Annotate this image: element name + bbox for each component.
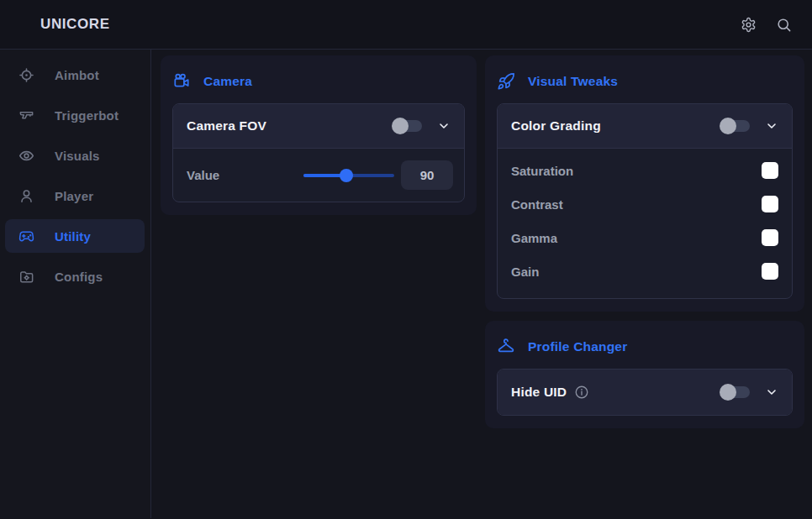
sidebar-item-label: Aimbot [55, 68, 99, 82]
topbar: UNICORE [0, 0, 812, 50]
sidebar-item-label: Player [55, 189, 93, 203]
section-title: Profile Changer [528, 339, 627, 354]
color-grading-card: Color Grading Saturation Contrast [497, 103, 793, 299]
sidebar: Aimbot Triggerbot Visuals Player Utility… [0, 50, 151, 518]
hide-uid-card: Hide UID [497, 369, 793, 416]
visual-tweaks-section-header: Visual Tweaks [485, 55, 804, 103]
sidebar-item-player[interactable]: Player [5, 179, 145, 212]
sidebar-item-aimbot[interactable]: Aimbot [5, 58, 145, 92]
color-grading-card-header[interactable]: Color Grading [498, 104, 792, 149]
user-icon [18, 188, 34, 204]
sidebar-item-label: Visuals [55, 149, 100, 163]
fov-slider-thumb[interactable] [340, 169, 353, 182]
folder-gear-icon [18, 269, 34, 285]
saturation-checkbox[interactable] [762, 162, 778, 179]
hide-uid-card-header[interactable]: Hide UID [498, 370, 792, 415]
sidebar-item-label: Triggerbot [55, 108, 119, 123]
camera-section-header: Camera [161, 55, 477, 103]
chevron-down-icon[interactable] [765, 119, 778, 133]
option-row-contrast: Contrast [511, 187, 778, 221]
option-label: Gain [511, 265, 539, 279]
section-title: Camera [203, 74, 252, 89]
color-grading-card-body: Saturation Contrast Gamma Gain [498, 149, 792, 298]
camera-fov-toggle[interactable] [393, 120, 422, 132]
camera-fov-card-body: Value 90 [173, 149, 464, 202]
hanger-icon [497, 338, 515, 356]
contrast-checkbox[interactable] [762, 196, 778, 212]
fov-slider[interactable] [303, 174, 394, 177]
profile-changer-panel: Profile Changer Hide UID [485, 321, 804, 428]
toggle-knob [392, 118, 409, 134]
option-label: Contrast [511, 197, 563, 212]
card-title: Camera FOV [187, 118, 266, 134]
option-row-saturation: Saturation [511, 154, 778, 187]
movie-camera-icon [172, 72, 191, 91]
value-label: Value [187, 168, 219, 182]
toggle-knob [720, 118, 736, 134]
option-label: Saturation [511, 164, 573, 178]
eye-icon [18, 148, 34, 164]
card-title: Color Grading [511, 118, 601, 134]
sidebar-item-utility[interactable]: Utility [5, 219, 145, 253]
color-grading-toggle[interactable] [721, 120, 750, 132]
content: Camera Camera FOV Value 90 [151, 50, 812, 518]
section-title: Visual Tweaks [528, 74, 618, 89]
sidebar-item-visuals[interactable]: Visuals [5, 139, 145, 172]
camera-panel: Camera Camera FOV Value 90 [161, 55, 477, 215]
visual-tweaks-panel: Visual Tweaks Color Grading Saturation [485, 55, 804, 312]
camera-fov-card: Camera FOV Value 90 [172, 103, 465, 202]
sidebar-item-label: Configs [55, 270, 103, 284]
profile-changer-section-header: Profile Changer [485, 321, 804, 369]
chevron-down-icon[interactable] [437, 119, 451, 133]
gamepad-icon [18, 228, 34, 244]
sidebar-item-triggerbot[interactable]: Triggerbot [5, 98, 145, 132]
topbar-actions [740, 16, 792, 33]
option-row-gain: Gain [511, 254, 778, 288]
hide-uid-title-wrap: Hide UID [511, 385, 589, 400]
option-label: Gamma [511, 231, 557, 245]
chevron-down-icon[interactable] [765, 385, 778, 399]
search-icon[interactable] [775, 16, 792, 33]
hide-uid-toggle[interactable] [721, 386, 750, 398]
brand-logo: UNICORE [40, 16, 110, 33]
settings-icon[interactable] [740, 16, 757, 33]
info-icon[interactable] [574, 385, 589, 400]
gamma-checkbox[interactable] [762, 229, 778, 246]
toggle-knob [720, 384, 736, 401]
fov-value-input[interactable]: 90 [401, 160, 453, 190]
crosshair-target-icon [18, 67, 34, 83]
camera-fov-card-header[interactable]: Camera FOV [173, 104, 464, 149]
sidebar-item-label: Utility [55, 229, 91, 244]
rocket-icon [497, 72, 515, 91]
pistol-icon [18, 107, 34, 123]
option-row-gamma: Gamma [511, 221, 778, 254]
gain-checkbox[interactable] [762, 263, 778, 280]
sidebar-item-configs[interactable]: Configs [5, 260, 145, 293]
card-title: Hide UID [511, 385, 567, 400]
